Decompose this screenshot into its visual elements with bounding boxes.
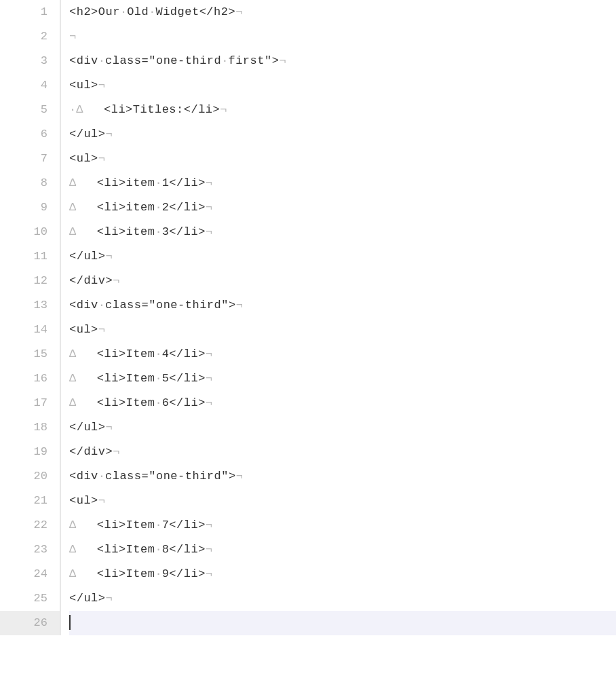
line-number: 18 bbox=[0, 415, 60, 440]
whitespace-marker: ¬ bbox=[206, 348, 212, 360]
whitespace-marker: · bbox=[98, 299, 105, 312]
whitespace-marker: Δ bbox=[69, 519, 97, 531]
line-number: 1 bbox=[0, 0, 60, 24]
whitespace-marker: ¬ bbox=[236, 470, 243, 483]
code-text: Old bbox=[127, 5, 149, 18]
whitespace-marker: ¬ bbox=[220, 103, 227, 116]
whitespace-marker: Δ bbox=[69, 176, 97, 189]
code-line[interactable]: Δ <li>item·2</li>¬ bbox=[69, 195, 616, 220]
code-text: <div bbox=[69, 54, 98, 67]
code-text: 4</li> bbox=[162, 348, 206, 360]
whitespace-marker: ¬ bbox=[69, 30, 76, 43]
line-number: 25 bbox=[0, 586, 60, 611]
code-line[interactable]: <div·class="one-third·first">¬ bbox=[69, 49, 616, 73]
code-text: 5</li> bbox=[162, 372, 206, 385]
whitespace-marker: ¬ bbox=[206, 519, 212, 531]
whitespace-marker: ¬ bbox=[98, 152, 105, 165]
line-number: 3 bbox=[0, 49, 60, 73]
code-line[interactable]: Δ <li>Item·9</li>¬ bbox=[69, 562, 616, 586]
whitespace-marker: Δ bbox=[69, 543, 97, 556]
code-text: class="one-third"> bbox=[105, 470, 236, 483]
whitespace-marker: Δ bbox=[69, 201, 97, 214]
whitespace-marker: · bbox=[155, 225, 161, 238]
line-number: 23 bbox=[0, 538, 60, 562]
whitespace-marker: ¬ bbox=[98, 323, 105, 336]
code-line[interactable]: </ul>¬ bbox=[69, 122, 616, 147]
code-text: 6</li> bbox=[162, 396, 206, 409]
whitespace-marker: ¬ bbox=[206, 372, 212, 385]
line-number: 22 bbox=[0, 513, 60, 538]
code-line[interactable]: <ul>¬ bbox=[69, 489, 616, 513]
code-line[interactable]: <h2>Our·Old·Widget</h2>¬ bbox=[69, 0, 616, 24]
code-line[interactable]: <ul>¬ bbox=[69, 318, 616, 342]
code-line[interactable]: Δ <li>item·1</li>¬ bbox=[69, 171, 616, 195]
whitespace-marker: · bbox=[155, 567, 161, 580]
code-text: class="one-third bbox=[105, 54, 221, 67]
whitespace-marker: ¬ bbox=[206, 396, 212, 409]
code-text-area[interactable]: <h2>Our·Old·Widget</h2>¬¬<div·class="one… bbox=[60, 0, 616, 635]
code-text: 3</li> bbox=[162, 225, 206, 238]
code-line[interactable]: ¬ bbox=[69, 24, 616, 49]
line-number: 14 bbox=[0, 318, 60, 342]
code-text: </ul> bbox=[69, 250, 106, 263]
line-number: 2 bbox=[0, 24, 60, 49]
code-text: <li>Titles:</li> bbox=[104, 103, 220, 116]
code-line[interactable]: <ul>¬ bbox=[69, 73, 616, 98]
whitespace-marker: · bbox=[155, 201, 161, 214]
code-line[interactable]: Δ <li>Item·5</li>¬ bbox=[69, 367, 616, 391]
code-text: <div bbox=[69, 470, 98, 483]
line-number: 8 bbox=[0, 171, 60, 195]
code-line[interactable]: </ul>¬ bbox=[69, 586, 616, 611]
code-line[interactable]: </ul>¬ bbox=[69, 244, 616, 269]
code-text: <li>Item bbox=[97, 519, 155, 531]
code-line[interactable]: <div·class="one-third">¬ bbox=[69, 464, 616, 489]
code-text: </ul> bbox=[69, 421, 106, 434]
code-editor[interactable]: 1234567891011121314151617181920212223242… bbox=[0, 0, 616, 635]
code-line[interactable]: </div>¬ bbox=[69, 440, 616, 464]
line-number: 12 bbox=[0, 269, 60, 293]
code-line[interactable] bbox=[69, 611, 616, 635]
code-text: <li>item bbox=[97, 176, 155, 189]
line-number: 4 bbox=[0, 73, 60, 98]
whitespace-marker: · bbox=[155, 519, 161, 531]
code-line[interactable]: <ul>¬ bbox=[69, 147, 616, 171]
whitespace-marker: ¬ bbox=[236, 299, 243, 312]
code-text: <ul> bbox=[69, 152, 98, 165]
code-line[interactable]: Δ <li>Item·7</li>¬ bbox=[69, 513, 616, 538]
line-number: 26 bbox=[0, 611, 60, 635]
code-line[interactable]: Δ <li>Item·8</li>¬ bbox=[69, 538, 616, 562]
code-line[interactable]: </ul>¬ bbox=[69, 415, 616, 440]
whitespace-marker: Δ bbox=[69, 396, 97, 409]
whitespace-marker: ¬ bbox=[235, 5, 242, 18]
code-text: 2</li> bbox=[162, 201, 206, 214]
code-line[interactable]: </div>¬ bbox=[69, 269, 616, 293]
whitespace-marker: ¬ bbox=[106, 421, 113, 434]
code-line[interactable]: Δ <li>item·3</li>¬ bbox=[69, 220, 616, 244]
code-text: <ul> bbox=[69, 79, 98, 92]
whitespace-marker: ¬ bbox=[206, 201, 212, 214]
line-number: 7 bbox=[0, 147, 60, 171]
whitespace-marker: · bbox=[155, 543, 161, 556]
code-text: class="one-third"> bbox=[105, 299, 236, 312]
code-text: <div bbox=[69, 299, 98, 312]
whitespace-marker: · bbox=[98, 54, 105, 67]
line-number-gutter: 1234567891011121314151617181920212223242… bbox=[0, 0, 60, 635]
whitespace-marker: · bbox=[155, 176, 161, 189]
code-text: Widget</h2> bbox=[155, 5, 235, 18]
code-line[interactable]: Δ <li>Item·6</li>¬ bbox=[69, 391, 616, 415]
code-line[interactable]: <div·class="one-third">¬ bbox=[69, 293, 616, 318]
code-text: 7</li> bbox=[162, 519, 206, 531]
whitespace-marker: ¬ bbox=[206, 543, 212, 556]
code-line[interactable]: Δ <li>Item·4</li>¬ bbox=[69, 342, 616, 367]
whitespace-marker: ¬ bbox=[98, 494, 105, 507]
line-number: 19 bbox=[0, 440, 60, 464]
whitespace-marker: ¬ bbox=[206, 176, 212, 189]
code-line[interactable]: ·Δ <li>Titles:</li>¬ bbox=[69, 98, 616, 122]
whitespace-marker: Δ bbox=[69, 225, 97, 238]
whitespace-marker: Δ bbox=[76, 103, 104, 116]
code-text: <h2>Our bbox=[69, 5, 120, 18]
whitespace-marker: ¬ bbox=[206, 225, 212, 238]
whitespace-marker: Δ bbox=[69, 567, 97, 580]
code-text: <li>Item bbox=[97, 567, 155, 580]
whitespace-marker: · bbox=[149, 5, 155, 18]
